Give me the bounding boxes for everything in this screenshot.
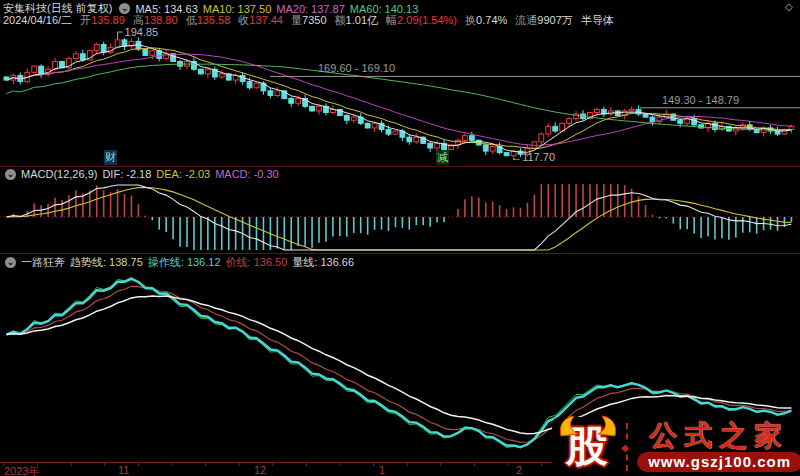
open-value: 135.89 [91,14,125,26]
amount-value: 1.01亿 [346,14,378,26]
watermark-jian: 减 [436,150,449,165]
macd-dea-value: DEA: -2.03 [156,168,210,180]
collapse-indicator-icon[interactable]: ⌄ [5,257,16,268]
amount-label: 额 [335,14,346,26]
date-value: 2024/04/16/二 [3,14,72,26]
low-label: 低 [186,14,197,26]
low-value: 135.58 [197,14,231,26]
turnover-label: 换 [465,14,476,26]
collapse-macd-icon[interactable]: ⌄ [5,169,16,180]
logo-divider: ◆ [626,423,628,471]
macd-title[interactable]: MACD(12,26,9) [21,168,97,180]
low-price-annotation: ←117.70 [511,151,555,163]
bull-logo: 股 [556,420,617,474]
axis-label: 11 [118,464,129,476]
stock-chart-app: 安集科技(日线 前复权) ⌄ MA5: 134.63 MA10: 137.50 … [0,0,800,476]
axis-label: 2023年 [4,464,39,476]
high-value: 138.80 [144,14,178,26]
axis-label: 1 [379,464,385,476]
window-diamond-icon[interactable]: ◇ [785,1,793,12]
volume-value: 7350 [302,14,326,26]
volume-label: 量 [291,14,302,26]
indicator-trend-value: 趋势线: 138.75 [70,255,143,270]
bull-horns-icon [557,415,619,437]
indicator-name[interactable]: 一路狂奔 [21,255,65,270]
float-value: 9907万 [537,14,572,26]
close-label: 收 [238,14,249,26]
macd-dif-value: DIF: -2.18 [102,168,151,180]
range-value: 2.09(1.54%) [397,14,457,26]
logo-site-name: 公式之家 [650,421,790,451]
axis-label: 12 [254,464,266,476]
high-label: 高 [133,14,144,26]
close-value: 137.44 [249,14,283,26]
indicator-header: ⌄ 一路狂奔 趋势线: 138.75 操作线: 136.12 价线: 136.5… [3,255,359,270]
chart-canvas[interactable] [0,0,800,476]
watermark-cai: 财 [104,150,117,165]
macd-macd-value: MACD: -0.30 [215,168,279,180]
gap-line-label-2: 149.30 - 148.79 [662,94,739,106]
macd-header: ⌄ MACD(12,26,9) DIF: -2.18 DEA: -2.03 MA… [3,168,284,180]
range-label: 幅 [386,14,397,26]
gap-line-label-1: 169.60 - 169.10 [318,62,395,74]
indicator-price-value: 价线: 136.50 [226,255,288,270]
industry-tag[interactable]: 半导体 [581,14,614,26]
logo-site-url[interactable]: www.gszj100.com [637,452,800,472]
indicator-operate-value: 操作线: 136.12 [148,255,221,270]
axis-label: 2 [516,464,522,476]
indicator-volume-value: 量线: 136.66 [292,255,354,270]
float-label: 流通 [515,14,537,26]
open-label: 开 [80,14,91,26]
logo-diamond-icon: ◆ [621,442,629,453]
turnover-value: 0.74% [476,14,507,26]
high-price-annotation: 194.85 [125,26,159,38]
header-line2: 2024/04/16/二 开135.89 高138.80 低135.58 收13… [3,13,614,28]
site-logo: 股 ◆ 公式之家 www.gszj100.com [552,417,800,476]
